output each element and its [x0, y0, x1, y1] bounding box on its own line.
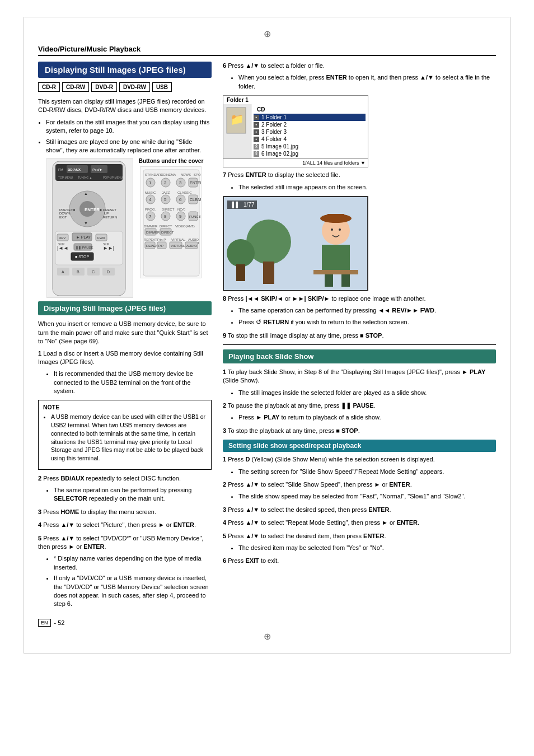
section1-intro: This system can display still images (JP… [38, 97, 212, 115]
ss-step-6: 6 Press EXIT to exit. [223, 557, 496, 565]
folder-browser: Folder 1 📁 CD ▪ 1 Folder 1 [223, 95, 368, 167]
step2-text: Press BD/AUX repeatedly to select DISC f… [43, 475, 181, 482]
folder-item-4: ▪ 4 Folder 4 [254, 136, 366, 143]
svg-text:MUSIC: MUSIC [145, 191, 156, 194]
crosshair-top: ⊕ [38, 29, 496, 39]
section-title: Video/Picture/Music Playback [38, 45, 496, 56]
svg-text:AUDIO: AUDIO [186, 244, 197, 248]
ss-step5-num: 5 [223, 533, 226, 539]
ss-step2-num: 2 [223, 481, 226, 488]
step9-text: To stop the still image display at any t… [228, 332, 384, 339]
svg-text:D: D [107, 270, 110, 274]
section2-intro: When you insert or remove a USB memory d… [38, 320, 212, 346]
cd-label: CD [254, 105, 366, 114]
right-column: 6 Press ▲/▼ to select a folder or file. … [223, 62, 496, 613]
media-badges: CD-R CD-RW DVD-R DVD-RW USB [38, 82, 212, 92]
svg-text:6: 6 [179, 197, 182, 202]
folder-item-6: ⁑ 6 Image 02.jpg [254, 150, 366, 157]
pb-step2-text: To pause the playback at any time, press… [228, 402, 376, 409]
svg-text:NO/0: NO/0 [177, 208, 186, 211]
step-4: 4 Press ▲/▼ to select "Picture", then pr… [38, 521, 212, 529]
svg-text:PROG.: PROG. [145, 208, 156, 211]
step1-sub1: It is recommended that the USB memory de… [54, 370, 212, 395]
step6-text: Press ▲/▼ to select a folder or file. [228, 62, 325, 69]
step5-text: Press ▲/▼ to select "DVD/CD*" or "USB Me… [38, 535, 203, 550]
svg-point-110 [331, 228, 333, 231]
preview-image-svg [224, 197, 368, 291]
ss-step1-sub: The setting screen for "Slide Show Speed… [238, 468, 496, 476]
remote-buttons-svg: STANDARD CINEMA NEWS SPORTS 1 2 3 ENTER [140, 166, 202, 278]
buttons-cover-label: Buttons under the cover [139, 158, 204, 164]
pb-step1-text: To play back Slide Show, in Step 8 of th… [223, 368, 485, 384]
ss-step1-num: 1 [223, 456, 226, 463]
svg-rect-114 [263, 262, 274, 284]
svg-text:VIRTUAL: VIRTUAL [171, 238, 186, 241]
step3-text: Press HOME to display the menu screen. [43, 508, 156, 515]
folder-item-6-name: 6 Image 02.jpg [261, 151, 298, 157]
pb-step3-text: To stop the playback at any time, press … [228, 427, 360, 434]
playing-back-header: Playing back Slide Show [223, 349, 496, 363]
step-2: 2 Press BD/AUX repeatedly to select DISC… [38, 474, 212, 503]
pb-step2-sub: Press ► PLAY to return to playback of a … [238, 413, 496, 422]
svg-text:3: 3 [179, 180, 182, 185]
svg-text:TOP MENU: TOP MENU [58, 176, 73, 179]
folder-footer: 1/ALL 14 files and folders ▼ [223, 158, 368, 167]
svg-text:9: 9 [179, 214, 182, 219]
svg-text:DOWN: DOWN [59, 212, 70, 215]
ss-step-5: 5 Press ▲/▼ to select the desired item, … [223, 532, 496, 553]
svg-text:SPORTS: SPORTS [194, 173, 202, 176]
svg-text:ENTER: ENTER [190, 181, 202, 185]
step3-num: 3 [38, 508, 41, 515]
right-step-6: 6 Press ▲/▼ to select a folder or file. … [223, 62, 496, 91]
ss-step1-text: Press D (Yellow) (Slide Show Menu) while… [228, 456, 435, 463]
pb-step-2: 2 To pause the playback at any time, pre… [223, 402, 496, 422]
ss-step6-num: 6 [223, 557, 226, 564]
folder-icon-4: ▪ [254, 137, 259, 142]
step-3: 3 Press HOME to display the menu screen. [38, 508, 212, 516]
ss-step2-text: Press ▲/▼ to select "Slide Show Speed", … [228, 481, 412, 488]
svg-text:CLASSIC: CLASSIC [177, 191, 192, 194]
step5-sub1: * Display name varies depending on the t… [54, 554, 212, 572]
step7-text: Press ENTER to display the selected file… [228, 171, 340, 178]
section1-bullets: For details on the still images that you… [46, 118, 212, 155]
section2-header: Displaying Still Images (JPEG files) [38, 301, 212, 315]
pb-step1-num: 1 [223, 368, 226, 375]
folder-item-3-name: 3 Folder 3 [261, 129, 287, 135]
step1-num: 1 [38, 350, 41, 357]
svg-text:REV: REV [59, 236, 65, 240]
step6-sub: When you select a folder, press ENTER to… [238, 73, 496, 91]
svg-text:4: 4 [149, 197, 152, 202]
step-5: 5 Press ▲/▼ to select "DVD/CD*" or "USB … [38, 534, 212, 609]
file-icon-6: ⁑ [254, 151, 259, 157]
page-footer: EN - 52 [38, 619, 496, 627]
note-title: NOTE [43, 404, 207, 410]
svg-text:RETURN: RETURN [103, 216, 117, 219]
folder-icon-1: ▪ [254, 115, 259, 120]
badge-cdr: CD-R [38, 82, 60, 92]
folder-item-1: ▪ 1 Folder 1 [254, 114, 366, 121]
svg-text:DIRECT: DIRECT [160, 225, 172, 228]
svg-text:BD/AUX: BD/AUX [68, 168, 81, 171]
svg-text:■ STOP: ■ STOP [75, 255, 89, 259]
folder-item-1-name: 1 Folder 1 [261, 114, 287, 120]
svg-text:VIRTUAL: VIRTUAL [171, 244, 185, 248]
folder-item-2-name: 2 Folder 2 [261, 122, 287, 128]
ss-step5-sub: The desired item may be selected from "Y… [238, 544, 496, 552]
page-container: ⊕ Video/Picture/Music Playback Displayin… [24, 17, 510, 654]
svg-text:UP: UP [104, 212, 109, 215]
right-step-9: 9 To stop the still image display at any… [223, 332, 496, 340]
ss-step6-text: Press EXIT to exit. [228, 557, 279, 564]
crosshair-bottom: ⊕ [38, 631, 496, 642]
svg-text:|◄◄: |◄◄ [57, 245, 68, 251]
svg-text:1: 1 [149, 180, 152, 185]
svg-text:DIRECT: DIRECT [162, 208, 175, 211]
badge-dvdr: DVD-R [91, 82, 117, 92]
svg-text:JAZZ: JAZZ [162, 191, 170, 194]
svg-text:VIDEO(ANT): VIDEO(ANT) [175, 225, 195, 228]
ss-step2-sub: The slide show speed may be selected fro… [238, 492, 496, 501]
step7-num: 7 [223, 171, 226, 178]
svg-text:A: A [62, 270, 64, 274]
divider-1 [223, 344, 496, 345]
svg-text:REPEAT: REPEAT [144, 238, 157, 241]
folder-item-2: ▪ 2 Folder 2 [254, 121, 366, 128]
